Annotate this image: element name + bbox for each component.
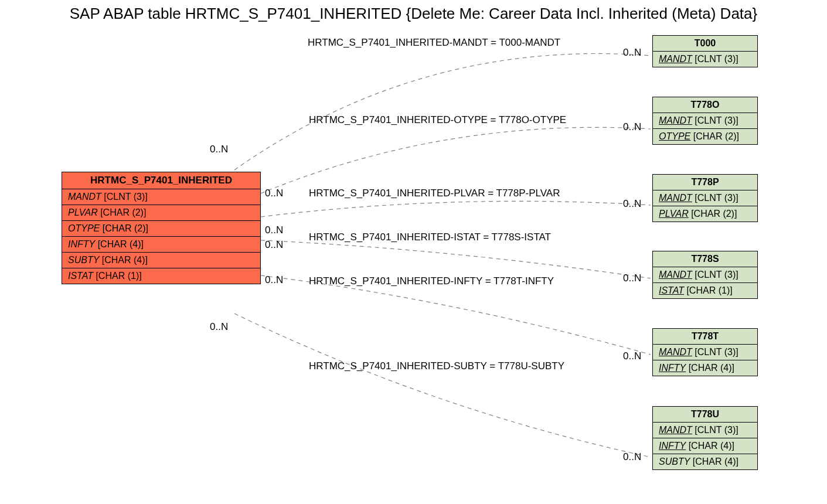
entity-field: INFTY [CHAR (4)] xyxy=(62,237,260,253)
edge-line xyxy=(261,127,651,193)
edge-line xyxy=(261,275,651,355)
entity-ref-header: T778O xyxy=(653,97,757,113)
entity-field: PLVAR [CHAR (2)] xyxy=(62,205,260,221)
entity-main-header: HRTMC_S_P7401_INHERITED xyxy=(62,172,260,189)
edge-line xyxy=(261,240,651,278)
edge-label: HRTMC_S_P7401_INHERITED-MANDT = T000-MAN… xyxy=(308,37,560,49)
cardinality-left: 0..N xyxy=(210,321,228,333)
cardinality-left: 0..N xyxy=(210,144,228,155)
entity-ref-header: T000 xyxy=(653,36,757,52)
edge-label: HRTMC_S_P7401_INHERITED-OTYPE = T778O-OT… xyxy=(309,114,566,126)
entity-main: HRTMC_S_P7401_INHERITED MANDT [CLNT (3)]… xyxy=(62,172,261,284)
cardinality-right: 0..N xyxy=(623,198,641,210)
entity-ref-header: T778T xyxy=(653,329,757,345)
cardinality-left: 0..N xyxy=(265,274,283,286)
entity-field: ISTAT [CHAR (1)] xyxy=(653,283,757,298)
entity-field: OTYPE [CHAR (2)] xyxy=(653,129,757,144)
edge-label: HRTMC_S_P7401_INHERITED-SUBTY = T778U-SU… xyxy=(309,360,564,372)
entity-field: MANDT [CLNT (3)] xyxy=(62,189,260,205)
edge-label: HRTMC_S_P7401_INHERITED-PLVAR = T778P-PL… xyxy=(309,188,560,199)
edge-label: HRTMC_S_P7401_INHERITED-ISTAT = T778S-IS… xyxy=(309,231,551,243)
entity-field: MANDT [CLNT (3)] xyxy=(653,423,757,438)
entity-field: ISTAT [CHAR (1)] xyxy=(62,268,260,284)
entity-ref: T778T MANDT [CLNT (3)] INFTY [CHAR (4)] xyxy=(652,328,758,376)
entity-field: MANDT [CLNT (3)] xyxy=(653,267,757,283)
cardinality-right: 0..N xyxy=(623,350,641,362)
entity-field: MANDT [CLNT (3)] xyxy=(653,52,757,67)
entity-field: MANDT [CLNT (3)] xyxy=(653,113,757,129)
entity-ref-header: T778P xyxy=(653,175,757,190)
entity-field: OTYPE [CHAR (2)] xyxy=(62,221,260,237)
entity-field: SUBTY [CHAR (4)] xyxy=(653,454,757,469)
entity-ref: T000 MANDT [CLNT (3)] xyxy=(652,35,758,67)
edge-line xyxy=(234,314,651,457)
entity-ref: T778U MANDT [CLNT (3)] INFTY [CHAR (4)] … xyxy=(652,406,758,470)
diagram-stage: SAP ABAP table HRTMC_S_P7401_INHERITED {… xyxy=(0,0,827,504)
entity-ref-header: T778S xyxy=(653,251,757,267)
entity-ref: T778P MANDT [CLNT (3)] PLVAR [CHAR (2)] xyxy=(652,174,758,222)
cardinality-left: 0..N xyxy=(265,239,283,251)
entity-field: INFTY [CHAR (4)] xyxy=(653,438,757,454)
cardinality-right: 0..N xyxy=(623,451,641,463)
diagram-title: SAP ABAP table HRTMC_S_P7401_INHERITED {… xyxy=(0,5,827,23)
edge-line xyxy=(261,201,651,217)
edge-line xyxy=(234,53,651,170)
cardinality-left: 0..N xyxy=(265,188,283,199)
cardinality-right: 0..N xyxy=(623,273,641,284)
cardinality-right: 0..N xyxy=(623,47,641,59)
cardinality-right: 0..N xyxy=(623,121,641,133)
entity-field: SUBTY [CHAR (4)] xyxy=(62,253,260,268)
entity-field: MANDT [CLNT (3)] xyxy=(653,190,757,206)
entity-field: INFTY [CHAR (4)] xyxy=(653,360,757,376)
entity-ref-header: T778U xyxy=(653,407,757,423)
cardinality-left: 0..N xyxy=(265,224,283,236)
entity-field: PLVAR [CHAR (2)] xyxy=(653,206,757,222)
edge-label: HRTMC_S_P7401_INHERITED-INFTY = T778T-IN… xyxy=(309,275,554,287)
entity-ref: T778O MANDT [CLNT (3)] OTYPE [CHAR (2)] xyxy=(652,97,758,145)
entity-ref: T778S MANDT [CLNT (3)] ISTAT [CHAR (1)] xyxy=(652,251,758,299)
entity-field: MANDT [CLNT (3)] xyxy=(653,345,757,360)
